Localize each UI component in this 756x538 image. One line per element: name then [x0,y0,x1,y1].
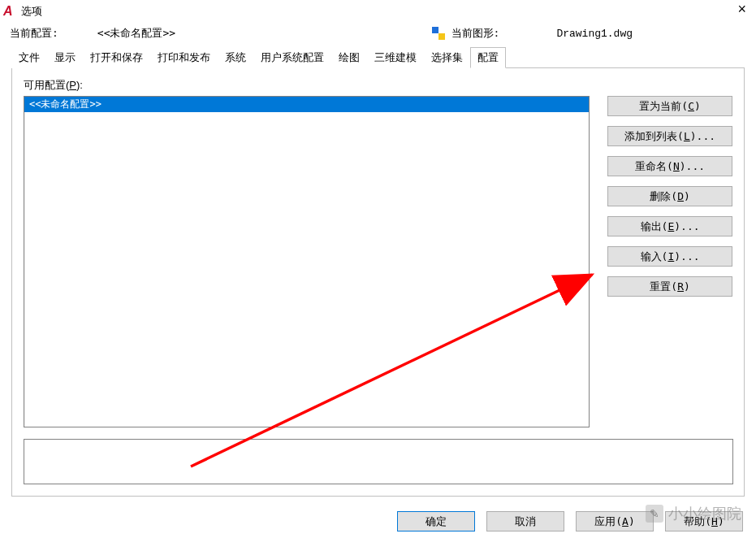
tab-area: 文件 显示 打开和保存 打印和发布 系统 用户系统配置 绘图 三维建模 选择集 … [11,47,745,497]
tab-profiles[interactable]: 配置 [470,47,506,68]
close-icon[interactable]: × [737,2,746,16]
current-profile-block: 当前配置: <<未命名配置>> [10,26,175,41]
tab-user-prefs[interactable]: 用户系统配置 [253,47,331,68]
rename-button[interactable]: 重命名(N)... [607,156,732,176]
tab-print-publish[interactable]: 打印和发布 [150,47,218,68]
tab-3d-modeling[interactable]: 三维建模 [367,47,424,68]
tab-file[interactable]: 文件 [11,47,47,68]
tab-drafting[interactable]: 绘图 [331,47,367,68]
import-button[interactable]: 输入(I)... [607,246,732,267]
window-title: 选项 [21,4,42,19]
titlebar: A 选项 × [0,0,756,21]
app-icon: A [3,5,16,18]
current-drawing-value: Drawing1.dwg [556,28,633,40]
add-to-list-button[interactable]: 添加到列表(L)... [607,126,732,146]
watermark: ✎ 小小绘图院 [646,504,741,523]
available-profiles-label: 可用配置(P): [24,78,732,93]
tab-strip: 文件 显示 打开和保存 打印和发布 系统 用户系统配置 绘图 三维建模 选择集 … [11,47,745,68]
current-drawing-block: 当前图形: Drawing1.dwg [432,26,633,41]
watermark-icon: ✎ [646,505,663,523]
apply-button[interactable]: 应用(A) [576,511,654,531]
description-box [24,439,733,484]
current-drawing-label: 当前图形: [451,26,500,41]
current-profile-value: <<未命名配置>> [97,26,175,41]
cancel-button[interactable]: 取消 [486,511,564,531]
list-item[interactable]: <<未命名配置>> [24,97,589,112]
tab-panel-profiles: 可用配置(P): <<未命名配置>> 置为当前(C) 添加到列表(L)... 重… [11,67,745,497]
tab-open-save[interactable]: 打开和保存 [83,47,150,68]
profiles-listbox[interactable]: <<未命名配置>> [24,96,590,427]
set-current-button[interactable]: 置为当前(C) [607,96,732,116]
tab-system[interactable]: 系统 [218,47,253,68]
tab-display[interactable]: 显示 [47,47,83,68]
current-profile-label: 当前配置: [10,26,58,41]
watermark-text: 小小绘图院 [668,504,741,523]
tab-selection[interactable]: 选择集 [424,47,470,68]
info-row: 当前配置: <<未命名配置>> 当前图形: Drawing1.dwg [0,21,756,47]
reset-button[interactable]: 重置(R) [607,276,732,297]
side-buttons: 置为当前(C) 添加到列表(L)... 重命名(N)... 删除(D) 输出(E… [607,96,732,427]
delete-button[interactable]: 删除(D) [607,186,732,206]
export-button[interactable]: 输出(E)... [607,216,732,236]
drawing-icon [432,27,445,40]
ok-button[interactable]: 确定 [397,511,475,531]
